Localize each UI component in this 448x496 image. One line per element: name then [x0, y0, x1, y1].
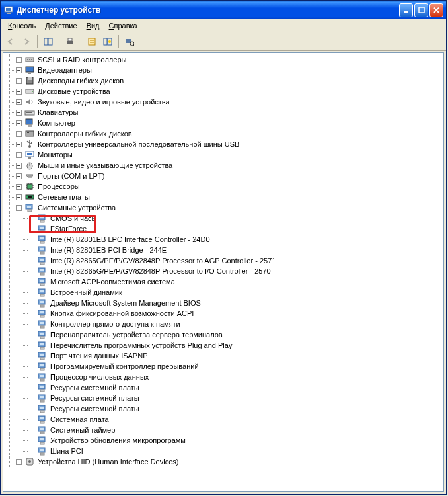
tree-node[interactable]: +Дисководы гибких дисков — [3, 75, 443, 86]
tree-node[interactable]: Ресурсы системной платы — [3, 382, 443, 393]
close-button[interactable]: ✕ — [429, 3, 443, 17]
tree-node[interactable]: Устройство обновления микропрограмм — [3, 435, 443, 446]
tree-node[interactable]: Intel(R) 82801EB LPC Interface Controlle… — [3, 234, 443, 245]
expand-icon[interactable]: + — [16, 67, 22, 73]
menu-console[interactable]: Консоль — [3, 21, 40, 31]
tree-node-label: Процессоры — [36, 183, 81, 190]
svg-rect-79 — [40, 273, 44, 275]
properties-button[interactable] — [85, 34, 99, 49]
tree-node[interactable]: +Порты (COM и LPT) — [3, 171, 443, 181]
tree-node[interactable]: Процессор числовых данных — [3, 372, 443, 382]
system-icon — [37, 351, 48, 361]
tree-node[interactable]: +Клавиатуры — [3, 107, 443, 118]
svg-rect-64 — [40, 220, 44, 222]
tree-node[interactable]: Шина PCI — [3, 446, 443, 456]
system-icon — [37, 361, 48, 372]
svg-rect-82 — [40, 284, 44, 286]
tree-node[interactable]: +Устройства HID (Human Interface Devices… — [3, 456, 443, 467]
tree-node[interactable]: Intel(R) 82865G/PE/P/GV/82848P Processor… — [3, 266, 443, 276]
svg-rect-115 — [40, 400, 44, 402]
expand-icon[interactable]: + — [16, 194, 22, 200]
show-hide-tree-button[interactable] — [41, 34, 56, 49]
print-button[interactable] — [63, 34, 77, 49]
expand-icon[interactable]: + — [16, 142, 22, 147]
tree-node[interactable]: Системный таймер — [3, 425, 443, 435]
expand-icon[interactable]: + — [16, 459, 22, 465]
tree-node[interactable]: Microsoft ACPI-совместимая система — [3, 276, 443, 287]
expand-icon[interactable]: + — [16, 57, 22, 63]
tree-node[interactable]: Intel(R) 82801EB PCI Bridge - 244E — [3, 245, 443, 255]
titlebar[interactable]: Диспетчер устройств ✕ — [1, 1, 446, 19]
tree-node[interactable]: +Видеоадаптеры — [3, 65, 443, 75]
svg-rect-124 — [40, 432, 44, 434]
tree-node[interactable]: Ресурсы системной платы — [3, 393, 443, 403]
svg-rect-91 — [40, 315, 44, 317]
scan-hardware-button[interactable] — [122, 34, 137, 49]
maximize-button[interactable] — [414, 3, 428, 17]
tree-node[interactable]: −Системные устройства — [3, 202, 443, 213]
tree-node[interactable]: Перечислитель программных устройств Plug… — [3, 340, 443, 351]
tree-node[interactable]: Встроенный динамик — [3, 287, 443, 298]
tree-node[interactable]: +Мыши и иные указывающие устройства — [3, 160, 443, 171]
svg-rect-111 — [40, 386, 44, 388]
tree-node[interactable]: Программируемый контроллер прерываний — [3, 361, 443, 372]
tree-node[interactable]: Контроллер прямого доступа к памяти — [3, 319, 443, 329]
expand-icon[interactable]: + — [16, 89, 22, 95]
display-icon — [24, 65, 35, 75]
svg-rect-93 — [40, 322, 44, 324]
tree-node[interactable]: +Звуковые, видео и игровые устройства — [3, 97, 443, 107]
tree-node[interactable]: +Процессоры — [3, 181, 443, 192]
device-tree[interactable]: +SCSI и RAID контроллеры+Видеоадаптеры+Д… — [3, 53, 443, 491]
expand-icon[interactable]: + — [16, 110, 22, 116]
tree-node-label: CMOS и часы — [49, 214, 98, 222]
tree-node[interactable]: Системная плата — [3, 414, 443, 425]
svg-rect-102 — [40, 354, 44, 356]
system-icon — [37, 414, 48, 425]
tree-node[interactable]: +Мониторы — [3, 149, 443, 160]
tree-node[interactable]: +SCSI и RAID контроллеры — [3, 54, 443, 65]
expand-icon[interactable]: + — [16, 131, 22, 137]
tree-node[interactable]: +Дисковые устройства — [3, 86, 443, 97]
expand-icon[interactable]: + — [16, 184, 22, 190]
tree-node[interactable]: Intel(R) 82865G/PE/P/GV/82848P Processor… — [3, 255, 443, 266]
help-button[interactable] — [100, 34, 115, 49]
svg-rect-88 — [40, 305, 44, 307]
tree-node[interactable]: Кнопка фиксированной возможности ACPI — [3, 308, 443, 319]
tree-node[interactable]: Драйвер Microsoft System Management BIOS — [3, 298, 443, 308]
tree-node-label: Порт чтения данных ISAPNP — [49, 352, 149, 360]
tree-node-label: Сетевые платы — [36, 193, 91, 201]
svg-rect-76 — [40, 263, 44, 265]
expand-icon[interactable]: + — [16, 173, 22, 179]
tree-node[interactable]: CMOS и часы — [3, 213, 443, 224]
expand-icon[interactable]: + — [16, 163, 22, 169]
expand-icon[interactable]: + — [16, 99, 22, 105]
expand-icon[interactable]: + — [16, 120, 22, 126]
system-icon — [37, 298, 48, 308]
expand-icon[interactable]: + — [16, 78, 22, 84]
svg-rect-97 — [40, 337, 44, 339]
svg-rect-90 — [40, 311, 44, 313]
system-icon — [37, 308, 48, 319]
collapse-icon[interactable]: − — [16, 205, 22, 211]
svg-rect-106 — [40, 368, 44, 370]
tree-node[interactable]: Ресурсы системной платы — [3, 403, 443, 414]
menu-help[interactable]: Справка — [104, 21, 142, 31]
tree-node[interactable]: Порт чтения данных ISAPNP — [3, 351, 443, 361]
minimize-button[interactable] — [399, 3, 413, 17]
system-icon — [37, 276, 48, 287]
tree-node[interactable]: +Контроллеры универсальной последователь… — [3, 139, 443, 149]
tree-node[interactable]: +Сетевые платы — [3, 192, 443, 202]
tree-node[interactable]: FStarForce — [3, 224, 443, 234]
tree-node[interactable]: +Контроллеры гибких дисков — [3, 128, 443, 139]
svg-rect-117 — [40, 407, 44, 409]
tree-node[interactable]: Перенаправитель устройства сервера терми… — [3, 329, 443, 340]
svg-point-19 — [27, 59, 28, 60]
system-icon — [37, 340, 48, 351]
expand-icon[interactable]: + — [16, 152, 22, 158]
menu-action[interactable]: Действие — [40, 21, 81, 31]
svg-rect-103 — [40, 358, 44, 360]
tree-node-label: Перечислитель программных устройств Plug… — [49, 341, 233, 349]
tree-node[interactable]: +Компьютер — [3, 118, 443, 128]
system-icon — [37, 224, 48, 234]
menu-view[interactable]: Вид — [82, 21, 104, 31]
